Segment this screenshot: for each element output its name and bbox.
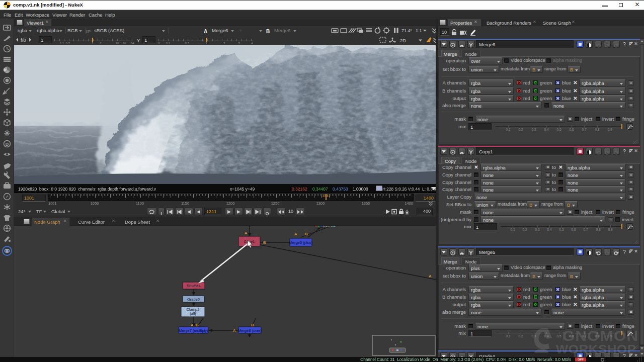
- svg-text:D: D: [6, 142, 9, 147]
- svg-text:4: 4: [251, 42, 253, 45]
- svg-text:71.4c: 71.4c: [401, 28, 412, 33]
- svg-text:Grade5: Grade5: [187, 297, 200, 302]
- svg-text:0.2: 0.2: [66, 42, 70, 45]
- svg-text:0: 0: [158, 42, 160, 45]
- svg-text:20: 20: [123, 42, 126, 45]
- svg-text:1250: 1250: [271, 201, 280, 206]
- svg-text:A: A: [233, 328, 236, 333]
- svg-text:0.5: 0.5: [185, 42, 190, 45]
- svg-text:1: 1: [92, 42, 94, 45]
- svg-text:1100: 1100: [136, 201, 144, 206]
- svg-text:0.1: 0.1: [60, 42, 64, 45]
- svg-text:2: 2: [100, 42, 102, 45]
- svg-text:A: A: [294, 232, 297, 236]
- svg-text:f/8: f/8: [21, 37, 26, 43]
- svg-text:(all): (all): [190, 311, 196, 316]
- svg-text:10: 10: [116, 42, 119, 45]
- svg-text:1001: 1001: [48, 201, 57, 206]
- svg-text:1400: 1400: [405, 201, 413, 206]
- svg-text:1300: 1300: [316, 201, 325, 206]
- svg-text:Merge5 (plus): Merge5 (plus): [289, 240, 313, 245]
- svg-text:1200: 1200: [226, 201, 235, 206]
- svg-text:2: 2: [223, 42, 225, 45]
- svg-text:A: A: [245, 231, 248, 235]
- svg-text:B: B: [263, 240, 266, 245]
- svg-text:B: B: [305, 232, 308, 236]
- svg-text:1: 1: [205, 42, 207, 45]
- svg-text:A: A: [429, 274, 432, 279]
- svg-text:0.1: 0.1: [166, 42, 171, 45]
- svg-text:Merge8 (over): Merge8 (over): [238, 328, 262, 333]
- svg-text:3: 3: [238, 42, 240, 45]
- svg-text:64: 64: [131, 42, 134, 45]
- svg-text:Shuffle4: Shuffle4: [187, 284, 200, 288]
- svg-text:2D: 2D: [400, 38, 406, 43]
- svg-text:1311: 1311: [322, 194, 330, 198]
- svg-text:1:1: 1:1: [416, 28, 422, 33]
- svg-text:Merge7 (multiply): Merge7 (multiply): [179, 328, 208, 333]
- svg-text:1050: 1050: [91, 201, 99, 206]
- svg-text:1350: 1350: [362, 201, 370, 206]
- svg-text:1150: 1150: [181, 201, 189, 206]
